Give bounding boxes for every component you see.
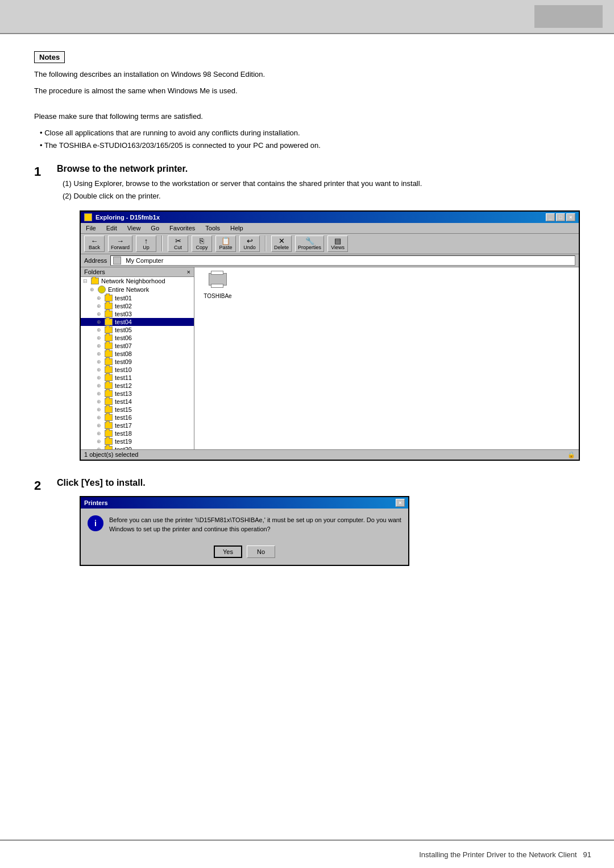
en-icon: [98, 286, 106, 294]
item-expand-icon: ⊕: [97, 303, 103, 309]
folder-item-test02[interactable]: ⊕ test02: [81, 302, 194, 310]
folder-item-test16[interactable]: ⊕ test16: [81, 414, 194, 421]
folder-item-test07[interactable]: ⊕ test07: [81, 342, 194, 350]
folder-icon-test16: [105, 414, 113, 421]
printer-paper-top: [211, 271, 223, 275]
folder-icon-test07: [105, 342, 113, 349]
step2-number: 2: [34, 478, 50, 494]
folder-icon-test02: [105, 303, 113, 309]
folder-item-test03[interactable]: ⊕ test03: [81, 310, 194, 318]
item-expand-icon: ⊕: [97, 383, 103, 388]
folder-icon-test04: [105, 319, 113, 325]
cut-label: Cut: [174, 245, 182, 250]
explorer-statusbar: 1 object(s) selected 🔒: [81, 449, 579, 460]
explorer-title-icon: [84, 213, 92, 221]
delete-button[interactable]: ✕ Delete: [271, 235, 292, 252]
properties-button[interactable]: 🔧 Properties: [295, 235, 324, 252]
folder-item-test11[interactable]: ⊕ test11: [81, 374, 194, 382]
maximize-button[interactable]: □: [556, 213, 565, 221]
toolbar-sep2: [265, 235, 266, 251]
printers-buttons: Yes No: [81, 541, 408, 565]
folder-item-test06[interactable]: ⊕ test06: [81, 334, 194, 342]
item-expand-icon: ⊕: [97, 399, 103, 404]
menu-help[interactable]: Help: [229, 224, 245, 232]
back-button[interactable]: ← Back: [84, 235, 105, 252]
printers-close-button[interactable]: ×: [396, 499, 405, 507]
copy-button[interactable]: ⎘ Copy: [192, 235, 212, 252]
folders-pane: Folders × ⊟ Network Neighborhood ⊕: [81, 267, 194, 449]
folder-item-test10[interactable]: ⊕ test10: [81, 366, 194, 374]
explorer-title-buttons[interactable]: _ □ ×: [546, 213, 575, 221]
en-expand-icon: ⊕: [90, 287, 97, 292]
folder-item-test13[interactable]: ⊕ test13: [81, 390, 194, 398]
nn-expand-icon: ⊟: [83, 278, 90, 284]
item-expand-icon: ⊕: [97, 439, 103, 444]
undo-button[interactable]: ↩ Undo: [239, 235, 260, 252]
folder-item-test15[interactable]: ⊕ test15: [81, 406, 194, 414]
delete-icon: ✕: [279, 237, 285, 245]
folder-icon-test14: [105, 398, 113, 405]
forward-label: Forward: [111, 245, 130, 250]
menu-file[interactable]: File: [84, 224, 98, 232]
folder-icon-test08: [105, 350, 113, 357]
address-input[interactable]: My Computer: [110, 255, 575, 266]
footer-text: Installing the Printer Driver to the Net…: [419, 850, 576, 859]
folder-item-test12[interactable]: ⊕ test12: [81, 382, 194, 390]
folder-item-test17[interactable]: ⊕ test17: [81, 421, 194, 429]
explorer-address-bar: Address My Computer: [81, 254, 579, 267]
top-bar-graphic: [534, 5, 603, 28]
folder-item-test05[interactable]: ⊕ test05: [81, 326, 194, 334]
folder-label-test05: test05: [115, 326, 132, 333]
cut-icon: ✂: [175, 237, 181, 245]
forward-button[interactable]: → Forward: [108, 235, 132, 252]
item-expand-icon: ⊕: [97, 391, 103, 396]
notes-line2: The procedure is almost the same when Wi…: [34, 85, 580, 97]
folder-icon-test06: [105, 334, 113, 341]
no-button[interactable]: No: [247, 545, 275, 558]
folder-item-test01[interactable]: ⊕ test01: [81, 294, 194, 302]
close-button[interactable]: ×: [566, 213, 575, 221]
folder-item-test09[interactable]: ⊕ test09: [81, 358, 194, 366]
paste-button[interactable]: 📋 Paste: [215, 235, 236, 252]
minimize-button[interactable]: _: [546, 213, 555, 221]
notes-line3: Please make sure that following terms ar…: [34, 111, 580, 123]
folder-item-test14[interactable]: ⊕ test14: [81, 398, 194, 406]
menu-tools[interactable]: Tools: [204, 224, 222, 232]
item-expand-icon: ⊕: [97, 415, 103, 420]
entire-network-item[interactable]: ⊕ Entire Network: [81, 285, 194, 294]
menu-edit[interactable]: Edit: [105, 224, 119, 232]
item-expand-icon: ⊕: [97, 375, 103, 381]
explorer-title-text: Exploring - D15fmb1x: [96, 214, 160, 221]
folder-item-test08[interactable]: ⊕ test08: [81, 350, 194, 358]
folder-item-test19[interactable]: ⊕ test19: [81, 437, 194, 445]
network-neighborhood-item[interactable]: ⊟ Network Neighborhood: [81, 277, 194, 285]
toshiba-printer-item[interactable]: TOSHIBAe: [198, 271, 238, 301]
views-button[interactable]: ▤ Views: [327, 235, 348, 252]
folder-item-test04[interactable]: ⊕ test04: [81, 318, 194, 326]
up-button[interactable]: ↑ Up: [136, 235, 156, 252]
menu-favorites[interactable]: Favorites: [168, 224, 197, 232]
folder-icon-test15: [105, 406, 113, 413]
explorer-main: Folders × ⊟ Network Neighborhood ⊕: [81, 267, 579, 449]
folder-item-test20[interactable]: ⊕ test20: [81, 445, 194, 449]
folder-label-test12: test12: [115, 382, 132, 389]
menu-go[interactable]: Go: [149, 224, 161, 232]
folder-item-test18[interactable]: ⊕ test18: [81, 429, 194, 437]
folder-label-test14: test14: [115, 398, 132, 405]
printer-icon-wrapper: [209, 273, 227, 291]
back-label: Back: [89, 245, 100, 250]
folder-icon-test09: [105, 358, 113, 365]
item-expand-icon: ⊕: [97, 359, 103, 365]
cut-button[interactable]: ✂ Cut: [168, 235, 188, 252]
explorer-menubar[interactable]: File Edit View Go Favorites Tools Help: [81, 223, 579, 234]
folder-icon-test20: [105, 446, 113, 449]
yes-button[interactable]: Yes: [214, 545, 242, 558]
folder-icon-test05: [105, 326, 113, 333]
step1-title: Browse to the network printer.: [57, 164, 580, 174]
step2: 2 Click [Yes] to install. Printers × i B…: [34, 478, 580, 574]
folder-icon-test19: [105, 438, 113, 445]
folders-close[interactable]: ×: [187, 268, 190, 275]
menu-view[interactable]: View: [126, 224, 143, 232]
folder-label-test06: test06: [115, 334, 132, 341]
step1-content: Browse to the network printer. (1) Using…: [57, 164, 580, 469]
